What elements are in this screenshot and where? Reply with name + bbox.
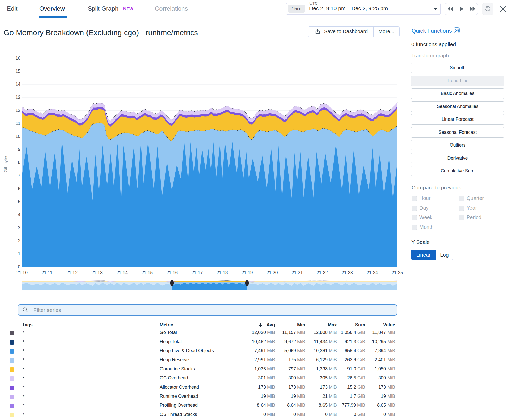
svg-text:21:13: 21:13	[91, 270, 103, 275]
svg-text:21:23: 21:23	[342, 270, 353, 275]
svg-text:9: 9	[18, 147, 20, 152]
svg-text:21:22: 21:22	[317, 270, 328, 275]
svg-text:21:18: 21:18	[217, 270, 228, 275]
svg-text:10: 10	[16, 134, 21, 139]
svg-text:21:25: 21:25	[392, 270, 403, 275]
svg-text:21:16: 21:16	[167, 270, 178, 275]
svg-text:21:21: 21:21	[292, 270, 303, 275]
svg-text:21:15: 21:15	[141, 270, 153, 275]
svg-text:21:24: 21:24	[367, 270, 378, 275]
svg-text:21:17: 21:17	[192, 270, 203, 275]
svg-text:7: 7	[18, 173, 20, 178]
svg-text:21:10: 21:10	[16, 270, 28, 275]
svg-text:16: 16	[16, 56, 20, 61]
svg-text:21:12: 21:12	[66, 270, 78, 275]
svg-text:21:19: 21:19	[242, 270, 253, 275]
svg-text:21:11: 21:11	[42, 270, 53, 275]
svg-text:1: 1	[18, 251, 20, 256]
svg-text:15: 15	[16, 69, 20, 74]
svg-text:3: 3	[18, 225, 20, 230]
svg-text:6: 6	[18, 186, 20, 191]
svg-text:Gibibytes: Gibibytes	[3, 155, 8, 172]
svg-text:0: 0	[18, 264, 20, 269]
svg-text:21:14: 21:14	[116, 270, 128, 275]
svg-text:14: 14	[16, 82, 21, 87]
svg-text:13: 13	[16, 95, 20, 100]
svg-text:8: 8	[18, 160, 20, 165]
svg-text:21:20: 21:20	[267, 270, 278, 275]
svg-text:5: 5	[18, 199, 20, 204]
svg-text:2: 2	[18, 238, 20, 243]
svg-text:11: 11	[16, 121, 20, 126]
svg-text:4: 4	[18, 212, 20, 217]
svg-text:12: 12	[16, 108, 20, 113]
